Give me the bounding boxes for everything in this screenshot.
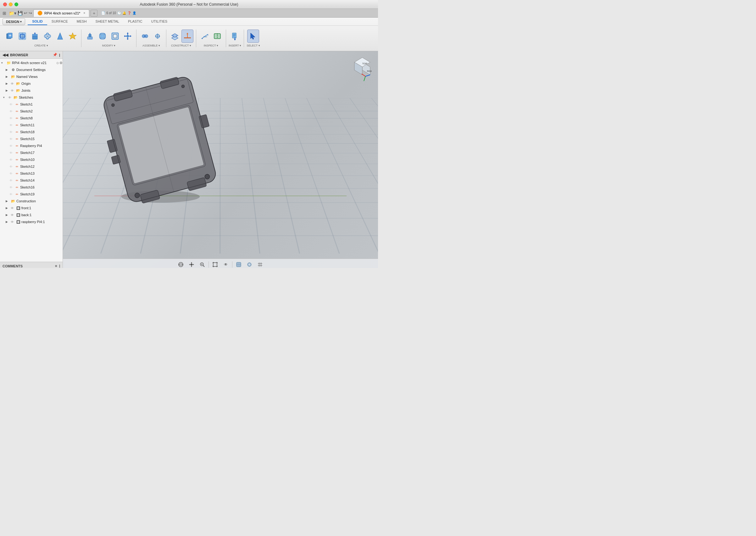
shell-button[interactable] [109, 29, 121, 43]
tree-item-raspberry-pi4[interactable]: 👁 ✏ Raspberry Pi4 [0, 142, 62, 149]
display-mode-button[interactable] [234, 260, 243, 268]
press-pull-button[interactable] [84, 29, 96, 43]
joint-button[interactable] [139, 29, 151, 43]
sketch11-eye-icon[interactable]: 👁 [10, 123, 14, 127]
special-button[interactable] [67, 29, 79, 43]
sketch14-eye-icon[interactable]: 👁 [10, 179, 14, 182]
browser-back-icon[interactable]: ◀◀ [3, 53, 8, 57]
loft-button[interactable] [54, 29, 66, 43]
browser-pin-icon[interactable]: 📌 [53, 53, 57, 57]
joint-origin-button[interactable] [152, 29, 163, 43]
minimize-button[interactable] [9, 3, 13, 6]
sketch17-eye-icon[interactable]: 👁 [10, 151, 14, 154]
grid-settings-button[interactable] [256, 260, 265, 268]
sketch18-eye-icon[interactable]: 👁 [10, 130, 14, 134]
undo-icon[interactable]: ↩ [24, 11, 27, 16]
tree-item-sketch15[interactable]: 👁 ✏ Sketch15 [0, 135, 62, 142]
viewcube[interactable]: TOP RIGHT [346, 57, 372, 83]
tree-item-sketch10[interactable]: 👁 ✏ Sketch10 [0, 156, 62, 163]
rpi4-eye-icon[interactable]: 👁 [10, 144, 14, 148]
tree-item-root[interactable]: ▾ 📁 RPi4 4inch screen v21 ⊙ ⚙ [0, 59, 62, 66]
profile-icon[interactable]: 👤 [132, 11, 136, 15]
tree-item-sketch19[interactable]: 👁 ✏ Sketch19 [0, 191, 62, 198]
tree-item-sketches[interactable]: ▾ 👁 📂 Sketches [0, 94, 62, 101]
tree-item-sketch11[interactable]: 👁 ✏ Sketch11 [0, 121, 62, 128]
move-button[interactable] [122, 29, 134, 43]
tree-item-sketch1[interactable]: 👁 ✏ Sketch1 [0, 101, 62, 108]
front1-eye-icon[interactable]: 👁 [11, 206, 15, 210]
grid-icon[interactable]: ⊞ [3, 11, 6, 16]
sketch13-eye-icon[interactable]: 👁 [10, 172, 14, 175]
tab-surface[interactable]: SURFACE [47, 18, 72, 25]
tree-item-sketch16[interactable]: 👁 ✏ Sketch16 [0, 184, 62, 191]
joints-eye-icon[interactable]: 👁 [11, 89, 15, 92]
sketch10-eye-icon[interactable]: 👁 [10, 158, 14, 161]
comments-add-icon[interactable]: + [55, 264, 57, 268]
file-menu-icon[interactable]: 📁▾ [9, 11, 17, 16]
measure-button[interactable]: mm [199, 29, 211, 43]
sketch1-eye-icon[interactable]: 👁 [10, 103, 14, 106]
tree-item-named-views[interactable]: ▶ 📂 Named Views [0, 73, 62, 80]
sketch8-eye-icon[interactable]: 👁 [10, 117, 14, 120]
new-tab-button[interactable]: + [90, 10, 97, 17]
look-at-button[interactable]: 👁 [221, 260, 230, 268]
tab-mesh[interactable]: MESH [72, 18, 91, 25]
create-sketch-button[interactable] [17, 29, 28, 43]
tree-item-joints[interactable]: ▶ 👁 📂 Joints [0, 87, 62, 94]
revolve-button[interactable] [42, 29, 54, 43]
offset-plane-button[interactable] [169, 29, 181, 43]
browser-collapse-icon[interactable]: | [59, 53, 60, 57]
tree-item-doc-settings[interactable]: ▶ ⚙ Document Settings [0, 66, 62, 73]
sketches-eye-icon[interactable]: 👁 [8, 96, 13, 99]
select-button[interactable] [247, 29, 259, 43]
extrude-button[interactable] [29, 29, 41, 43]
tab-utilities[interactable]: UTILITIES [147, 18, 172, 25]
tree-item-sketch2[interactable]: 👁 ✏ Sketch2 [0, 108, 62, 115]
sketch15-eye-icon[interactable]: 👁 [10, 137, 14, 141]
tab-plastic[interactable]: PLASTIC [124, 18, 147, 25]
tree-item-sketch18[interactable]: 👁 ✏ Sketch18 [0, 128, 62, 135]
sketch12-eye-icon[interactable]: 👁 [10, 165, 14, 168]
pan-button[interactable] [187, 260, 196, 268]
zoom-to-fit-button[interactable] [211, 260, 220, 268]
new-component-button[interactable] [4, 29, 16, 43]
tab-close-button[interactable]: × [83, 11, 85, 15]
effects-button[interactable] [245, 260, 254, 268]
origin-eye-icon[interactable]: 👁 [11, 82, 15, 85]
maximize-button[interactable] [15, 3, 18, 6]
tree-item-origin[interactable]: ▶ 👁 📂 Origin [0, 80, 62, 87]
section-analysis-button[interactable] [211, 29, 223, 43]
viewport[interactable]: TOP RIGHT 👁 [63, 51, 378, 268]
tree-item-front1[interactable]: ▶ 👁 🔲 front:1 [0, 205, 62, 212]
save-icon[interactable]: 💾 [18, 11, 23, 16]
orbit-button[interactable] [176, 260, 185, 268]
tree-item-sketch8[interactable]: 👁 ✏ Sketch8 [0, 115, 62, 121]
back1-eye-icon[interactable]: 👁 [11, 213, 15, 217]
comments-collapse-icon[interactable]: | [59, 264, 60, 268]
help-icon[interactable]: ❓ [127, 11, 131, 15]
tree-item-sketch14[interactable]: 👁 ✏ Sketch14 [0, 177, 62, 184]
bell-icon[interactable]: 🔔 [122, 11, 126, 15]
root-radio-icon[interactable]: ⊙ [56, 61, 59, 65]
zoom-button[interactable] [198, 260, 207, 268]
fillet-button[interactable] [96, 29, 108, 43]
sketch2-eye-icon[interactable]: 👁 [10, 110, 14, 113]
close-button[interactable] [3, 3, 7, 6]
tree-item-sketch17[interactable]: 👁 ✏ Sketch17 [0, 149, 62, 156]
tree-item-back1[interactable]: ▶ 👁 🔲 back:1 [0, 212, 62, 218]
construct-active-button[interactable] [181, 29, 194, 43]
clock-icon[interactable]: 🕐 [117, 11, 121, 15]
sketch16-eye-icon[interactable]: 👁 [10, 186, 14, 189]
tab-solid[interactable]: SOLID [28, 18, 47, 25]
sketch19-eye-icon[interactable]: 👁 [10, 193, 14, 196]
tree-item-sketch13[interactable]: 👁 ✏ Sketch13 [0, 170, 62, 177]
tree-item-construction[interactable]: ▶ 📂 Construction [0, 198, 62, 205]
insert-button[interactable] [229, 29, 241, 43]
rpi41-eye-icon[interactable]: 👁 [11, 220, 15, 224]
redo-icon[interactable]: ↪ [29, 11, 32, 16]
tree-item-raspberrypi41[interactable]: ▶ 👁 🔲 raspberry Pi4:1 [0, 218, 62, 225]
tab-sheet-metal[interactable]: SHEET METAL [91, 18, 124, 25]
tree-item-sketch12[interactable]: 👁 ✏ Sketch12 [0, 163, 62, 170]
design-dropdown-button[interactable]: DESIGN ▾ [3, 18, 25, 25]
active-tab[interactable]: 🟠 RPi4 4inch screen v21* × [33, 10, 89, 17]
